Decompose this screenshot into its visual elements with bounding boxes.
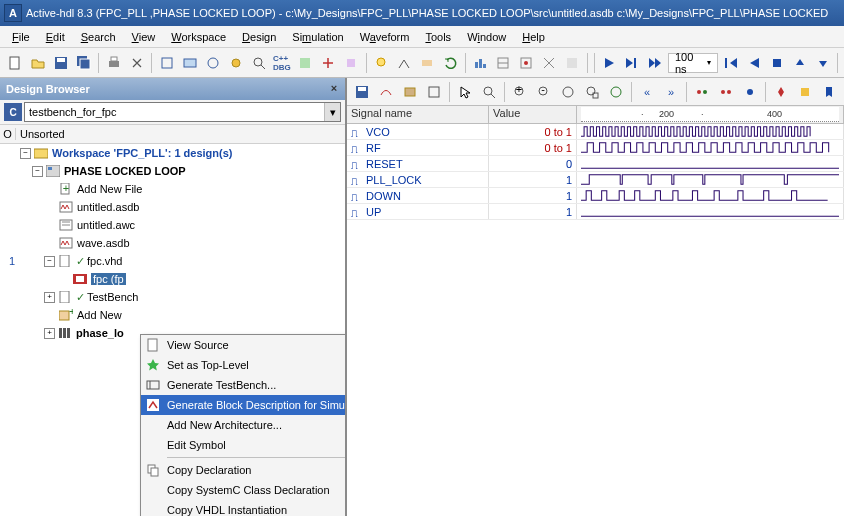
wave-save-button[interactable] <box>351 81 373 103</box>
time-field[interactable]: 100 ns▾ <box>668 53 718 73</box>
wave-tool-b[interactable] <box>399 81 421 103</box>
open-button[interactable] <box>27 52 48 74</box>
cm-add-architecture[interactable]: Add New Architecture... <box>141 415 345 435</box>
marker-button-b[interactable] <box>794 81 816 103</box>
menu-file[interactable]: File <box>4 29 38 45</box>
menu-help[interactable]: Help <box>514 29 553 45</box>
chevron-down-icon[interactable]: ▾ <box>324 103 340 121</box>
cm-copy-systemc[interactable]: Copy SystemC Class Declaration <box>141 480 345 500</box>
tree-design-row[interactable]: − PHASE LOCKED LOOP <box>0 162 345 180</box>
tool-btn-j[interactable] <box>470 52 491 74</box>
menu-tools[interactable]: Tools <box>417 29 459 45</box>
menu-edit[interactable]: Edit <box>38 29 73 45</box>
signal-value-header[interactable]: Value <box>489 106 577 123</box>
stop-button[interactable] <box>766 52 787 74</box>
tree-vhd-row[interactable]: 1 − ✓ fpc.vhd <box>0 252 345 270</box>
tool-btn-a[interactable] <box>156 52 177 74</box>
bulb-button[interactable] <box>371 52 392 74</box>
cut-button[interactable] <box>126 52 147 74</box>
menu-design[interactable]: Design <box>234 29 284 45</box>
play-button[interactable] <box>599 52 620 74</box>
tree-add-new-row[interactable]: + Add New <box>0 306 345 324</box>
menu-workspace[interactable]: Workspace <box>163 29 234 45</box>
tree-file-row[interactable]: untitled.asdb <box>0 198 345 216</box>
tool-btn-c[interactable] <box>202 52 223 74</box>
cm-copy-vhdl[interactable]: Copy VHDL Instantiation <box>141 500 345 516</box>
refresh-button[interactable] <box>440 52 461 74</box>
save-button[interactable] <box>50 52 71 74</box>
tool-btn-k[interactable] <box>493 52 514 74</box>
nav-down-button[interactable] <box>812 52 833 74</box>
zoom-in-button2[interactable]: + <box>509 81 531 103</box>
tree-file-row[interactable]: untitled.awc <box>0 216 345 234</box>
wave-tool-c[interactable] <box>423 81 445 103</box>
restart-button[interactable] <box>720 52 741 74</box>
nav-up-button[interactable] <box>789 52 810 74</box>
cm-copy-declaration[interactable]: Copy Declaration Ctrl+C <box>141 460 345 480</box>
cm-generate-testbench[interactable]: Generate TestBench... <box>141 375 345 395</box>
mode-button[interactable]: C <box>4 103 22 121</box>
cm-view-source[interactable]: View Source <box>141 335 345 355</box>
nav-first-button[interactable]: « <box>636 81 658 103</box>
tool-btn-m[interactable] <box>539 52 560 74</box>
tool-btn-f[interactable] <box>318 52 339 74</box>
cm-edit-symbol[interactable]: Edit Symbol <box>141 435 345 455</box>
close-icon[interactable]: × <box>327 81 341 95</box>
sort-order-button[interactable]: O <box>0 128 16 140</box>
cursor-button[interactable] <box>454 81 476 103</box>
collapse-icon[interactable]: − <box>20 148 31 159</box>
tool-btn-e[interactable] <box>294 52 315 74</box>
tree-add-file-row[interactable]: + Add New File <box>0 180 345 198</box>
zoom-out-button[interactable]: - <box>533 81 555 103</box>
tool-btn-cpp[interactable]: C++DBG <box>271 52 292 74</box>
marker-button-a[interactable] <box>770 81 792 103</box>
tree-file-row[interactable]: wave.asdb <box>0 234 345 252</box>
signal-name-header[interactable]: Signal name <box>347 106 489 123</box>
expand-icon[interactable]: + <box>44 328 55 339</box>
expand-icon[interactable]: + <box>44 292 55 303</box>
wave-tool-a[interactable] <box>375 81 397 103</box>
find-button-a[interactable] <box>691 81 713 103</box>
tree-entity-row[interactable]: fpc (fp <box>0 270 345 288</box>
signal-row[interactable]: ⎍PLL_LOCK 1 <box>347 172 844 188</box>
tool-btn-h[interactable] <box>394 52 415 74</box>
zoom-fit-button[interactable] <box>557 81 579 103</box>
design-combo[interactable]: testbench_for_fpc ▾ <box>24 102 341 122</box>
tree-testbench-row[interactable]: + ✓ TestBench <box>0 288 345 306</box>
signal-row[interactable]: ⎍VCO 0 to 1 <box>347 124 844 140</box>
tool-btn-l[interactable] <box>516 52 537 74</box>
menu-view[interactable]: View <box>124 29 164 45</box>
cm-set-top-level[interactable]: Set as Top-Level <box>141 355 345 375</box>
signal-row[interactable]: ⎍RF 0 to 1 <box>347 140 844 156</box>
tool-btn-i[interactable] <box>417 52 438 74</box>
find-button-c[interactable] <box>739 81 761 103</box>
signal-row[interactable]: ⎍DOWN 1 <box>347 188 844 204</box>
signal-row[interactable]: ⎍UP 1 <box>347 204 844 220</box>
menu-simulation[interactable]: Simulation <box>284 29 351 45</box>
print-button[interactable] <box>103 52 124 74</box>
run-button[interactable] <box>645 52 666 74</box>
save-all-button[interactable] <box>73 52 94 74</box>
tool-btn-n[interactable] <box>562 52 583 74</box>
cm-generate-simulink[interactable]: Generate Block Description for Simulink.… <box>141 395 345 415</box>
collapse-icon[interactable]: − <box>44 256 55 267</box>
tree-workspace-row[interactable]: − Workspace 'FPC_PLL': 1 design(s) <box>0 144 345 162</box>
zoom-region-button[interactable] <box>581 81 603 103</box>
new-button[interactable] <box>4 52 25 74</box>
tool-btn-d[interactable] <box>225 52 246 74</box>
sort-label[interactable]: Unsorted <box>16 128 345 140</box>
find-button-b[interactable] <box>715 81 737 103</box>
menu-waveform[interactable]: Waveform <box>352 29 418 45</box>
signal-row[interactable]: ⎍RESET 0 <box>347 156 844 172</box>
menu-window[interactable]: Window <box>459 29 514 45</box>
collapse-icon[interactable]: − <box>32 166 43 177</box>
step-button[interactable] <box>622 52 643 74</box>
zoom-all-button[interactable] <box>605 81 627 103</box>
prev-button[interactable] <box>743 52 764 74</box>
zoom-button[interactable] <box>478 81 500 103</box>
nav-last-button[interactable]: » <box>660 81 682 103</box>
tool-btn-b[interactable] <box>179 52 200 74</box>
tool-btn-g[interactable] <box>341 52 362 74</box>
menu-search[interactable]: Search <box>73 29 124 45</box>
bookmark-button[interactable] <box>818 81 840 103</box>
